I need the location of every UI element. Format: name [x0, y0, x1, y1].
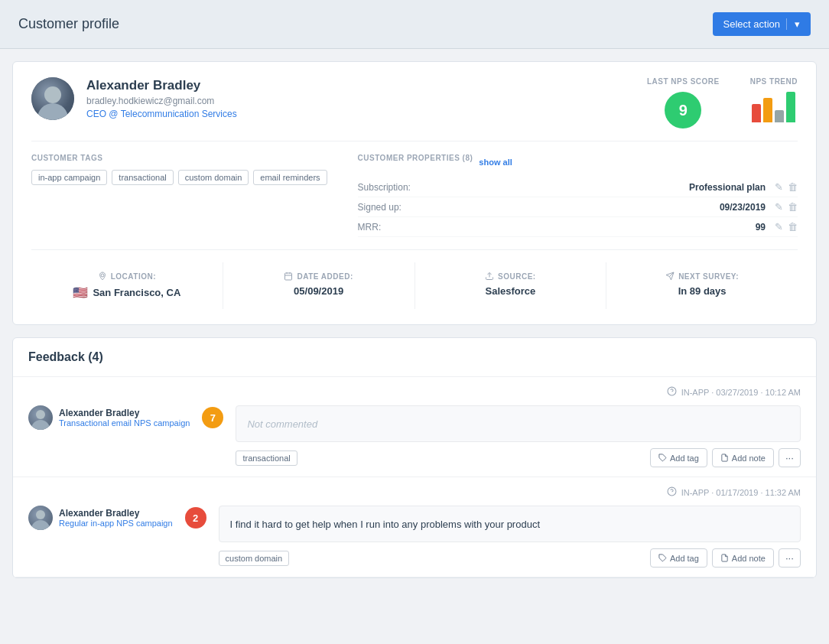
location-icon	[98, 272, 107, 281]
feedback-campaign[interactable]: Transactional email NPS campaign	[59, 418, 190, 428]
property-row: Subscription: Professional plan ✎ 🗑	[358, 177, 798, 197]
calendar-icon	[284, 272, 293, 281]
feedback-meta: IN-APP · 01/17/2019 · 11:32 AM	[28, 486, 801, 498]
nps-score-block: LAST NPS SCORE 9	[647, 77, 720, 128]
avatar	[31, 77, 74, 120]
main-content: Alexander Bradley bradley.hodkiewicz@gma…	[0, 49, 829, 590]
property-value: 99	[465, 222, 766, 233]
feedback-row: Alexander Bradley Regular in-app NPS cam…	[28, 506, 801, 568]
note-icon	[720, 454, 729, 462]
show-all-link[interactable]: show all	[479, 158, 512, 167]
chevron-down-icon: ▾	[786, 18, 800, 30]
profile-card: Alexander Bradley bradley.hodkiewicz@gma…	[12, 61, 817, 325]
add-tag-button[interactable]: Add tag	[650, 548, 707, 568]
properties-header: CUSTOMER PROPERTIES (8) show all	[358, 154, 798, 170]
tag-badge: email reminders	[253, 170, 327, 185]
source-label: SOURCE:	[485, 272, 536, 281]
feedback-channel-icon	[667, 386, 677, 398]
feedback-user: Alexander Bradley Regular in-app NPS cam…	[28, 506, 173, 530]
profile-info: Alexander Bradley bradley.hodkiewicz@gma…	[31, 77, 237, 120]
feedback-actions: custom domain Add tag Add note ···	[219, 548, 801, 568]
feedback-channel: IN-APP · 01/17/2019 · 11:32 AM	[681, 488, 801, 497]
edit-icon[interactable]: ✎	[775, 181, 783, 193]
feedback-user-text: Alexander Bradley Regular in-app NPS cam…	[59, 508, 173, 528]
feedback-tag: transactional	[236, 450, 297, 466]
profile-role[interactable]: CEO @ Telecommunication Services	[86, 109, 237, 119]
edit-icon[interactable]: ✎	[775, 201, 783, 213]
feedback-meta: IN-APP · 03/27/2019 · 10:12 AM	[28, 386, 801, 398]
tag-icon	[658, 554, 667, 562]
feedback-header: Feedback (4)	[13, 338, 816, 377]
feedback-score: 2	[185, 507, 206, 529]
send-icon	[665, 272, 675, 281]
page-header: Customer profile Select action ▾	[0, 0, 829, 49]
feedback-channel: IN-APP · 03/27/2019 · 10:12 AM	[681, 388, 801, 397]
add-tag-button[interactable]: Add tag	[650, 448, 707, 467]
profile-top: Alexander Bradley bradley.hodkiewicz@gma…	[31, 77, 798, 141]
location-label: LOCATION:	[98, 272, 156, 281]
more-button[interactable]: ···	[779, 448, 801, 467]
feedback-title: Feedback (4)	[28, 350, 103, 363]
nps-section: LAST NPS SCORE 9 NPS TREND	[647, 77, 798, 128]
edit-icon[interactable]: ✎	[775, 221, 783, 233]
feedback-user-name: Alexander Bradley	[59, 408, 190, 418]
location-cell: LOCATION: 🇺🇸 San Francisco, CA	[31, 262, 223, 309]
next-survey-cell: NEXT SURVEY: In 89 days	[606, 262, 798, 309]
next-survey-label: NEXT SURVEY:	[665, 272, 739, 281]
property-row: MRR: 99 ✎ 🗑	[358, 217, 798, 237]
date-added-value: 05/09/2019	[294, 285, 343, 297]
flag-icon: 🇺🇸	[73, 285, 88, 300]
note-icon	[720, 554, 729, 562]
action-btn-group: Add tag Add note ···	[650, 448, 801, 467]
action-btn-group: Add tag Add note ···	[650, 548, 801, 568]
source-value: Salesforce	[485, 285, 535, 297]
properties-label: CUSTOMER PROPERTIES (8)	[358, 154, 473, 162]
property-actions: ✎ 🗑	[775, 221, 798, 233]
nps-score-label: LAST NPS SCORE	[647, 77, 720, 86]
feedback-section: Feedback (4) IN-APP · 03/27/2019 · 10:12…	[12, 337, 817, 578]
upload-icon	[485, 272, 494, 281]
select-action-button[interactable]: Select action ▾	[713, 12, 811, 36]
more-button[interactable]: ···	[779, 548, 801, 568]
feedback-user-info: Alexander Bradley Regular in-app NPS cam…	[28, 506, 173, 530]
delete-icon[interactable]: 🗑	[788, 181, 798, 193]
svg-point-0	[101, 274, 104, 277]
tags-list: in-app campaigntransactionalcustom domai…	[31, 170, 327, 185]
feedback-content: Not commented transactional Add tag Add …	[236, 405, 801, 467]
profile-text: Alexander Bradley bradley.hodkiewicz@gma…	[86, 78, 237, 119]
properties-section: CUSTOMER PROPERTIES (8) show all Subscri…	[358, 154, 798, 237]
property-key: Subscription:	[358, 182, 465, 193]
feedback-content: I find it hard to get help when I run in…	[219, 506, 801, 568]
nps-trend-chart	[752, 92, 795, 122]
feedback-campaign[interactable]: Regular in-app NPS campaign	[59, 519, 173, 528]
mini-avatar	[28, 506, 53, 530]
feedback-user-name: Alexander Bradley	[59, 508, 173, 519]
date-added-cell: DATE ADDED: 05/09/2019	[223, 262, 415, 309]
add-note-button[interactable]: Add note	[712, 548, 774, 568]
property-key: MRR:	[358, 222, 465, 233]
property-actions: ✎ 🗑	[775, 201, 798, 213]
feedback-tag: custom domain	[219, 551, 290, 566]
location-value: 🇺🇸 San Francisco, CA	[73, 285, 180, 300]
property-value: Professional plan	[465, 182, 766, 193]
feedback-item: IN-APP · 01/17/2019 · 11:32 AM Alexander…	[13, 477, 816, 577]
feedback-user: Alexander Bradley Transactional email NP…	[28, 405, 190, 430]
nps-trend-block: NPS TREND	[750, 77, 798, 122]
tag-icon	[658, 454, 667, 462]
feedback-channel-icon	[667, 486, 677, 498]
feedback-row: Alexander Bradley Transactional email NP…	[28, 405, 801, 467]
delete-icon[interactable]: 🗑	[788, 221, 798, 233]
add-note-button[interactable]: Add note	[712, 448, 774, 467]
tags-properties: CUSTOMER TAGS in-app campaigntransaction…	[31, 154, 798, 250]
feedback-user-info: Alexander Bradley Transactional email NP…	[28, 405, 190, 430]
delete-icon[interactable]: 🗑	[788, 201, 798, 213]
feedback-user-text: Alexander Bradley Transactional email NP…	[59, 408, 190, 428]
property-row: Signed up: 09/23/2019 ✎ 🗑	[358, 197, 798, 217]
svg-rect-1	[285, 273, 292, 280]
feedback-comment-text: Not commented	[247, 418, 317, 430]
property-value: 09/23/2019	[465, 202, 766, 213]
properties-list: Subscription: Professional plan ✎ 🗑 Sign…	[358, 177, 798, 237]
feedback-comment-text: I find it hard to get help when I run in…	[230, 519, 540, 530]
next-survey-value: In 89 days	[678, 285, 727, 297]
property-key: Signed up:	[358, 202, 465, 213]
